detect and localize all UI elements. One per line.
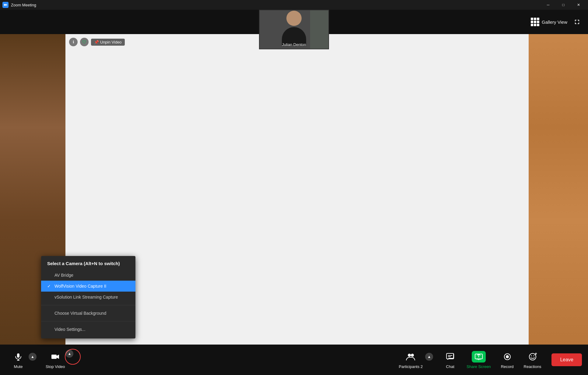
title-bar: Zoom Meeting ─ □ ✕	[0, 0, 588, 10]
svg-point-6	[411, 354, 414, 357]
record-icon	[502, 351, 513, 363]
av-bridge-label: AV Bridge	[54, 273, 73, 278]
leave-button[interactable]: Leave	[551, 353, 582, 366]
self-video-content: Julian Denton	[260, 10, 328, 49]
stop-video-label: Stop Video	[46, 364, 65, 369]
gallery-grid-icon	[531, 18, 539, 26]
video-settings-label: Video Settings...	[54, 327, 86, 332]
camera-option-wolfvision[interactable]: ✓ WolfVision Video Capture II	[41, 281, 135, 292]
chat-icon	[444, 351, 456, 363]
video-settings-option[interactable]: Video Settings...	[41, 324, 135, 335]
vsolution-label: vSolution Link Streaming Capture	[54, 295, 118, 300]
unpin-video-button[interactable]: 📌 Unpin Video	[91, 39, 125, 46]
close-button[interactable]: ✕	[572, 0, 586, 10]
info-icon-button[interactable]: ℹ	[69, 38, 78, 46]
title-bar-left: Zoom Meeting	[2, 2, 36, 8]
choose-virtual-background-option[interactable]: Choose Virtual Background	[41, 308, 135, 319]
record-button[interactable]: Record	[495, 349, 520, 371]
app-title: Zoom Meeting	[11, 3, 36, 7]
check-mark-wolfvision: ✓	[47, 284, 52, 289]
chat-button[interactable]: Chat	[438, 349, 462, 371]
zoom-logo	[2, 2, 9, 8]
video-overlay: ℹ 🛡 📌 Unpin Video	[69, 38, 125, 46]
svg-point-19	[535, 353, 537, 354]
svg-point-15	[506, 355, 509, 358]
video-chevron[interactable]: ▲	[65, 350, 73, 358]
side-panel-right	[529, 34, 588, 345]
mic-icon	[12, 351, 24, 363]
mic-chevron[interactable]: ▲	[29, 353, 37, 361]
camera-context-menu: Select a Camera (Alt+N to switch) AV Bri…	[41, 256, 135, 338]
participant-name: Julian Denton	[282, 42, 306, 47]
bottom-toolbar: Mute ▲ Stop Video ▲	[0, 345, 588, 375]
camera-option-av-bridge[interactable]: AV Bridge	[41, 270, 135, 281]
fullscreen-button[interactable]	[572, 17, 582, 27]
leave-label: Leave	[560, 357, 573, 362]
camera-option-vsolution[interactable]: vSolution Link Streaming Capture	[41, 292, 135, 303]
reactions-label: Reactions	[524, 364, 541, 369]
shield-icon: 🛡	[82, 40, 86, 44]
menu-title: Select a Camera (Alt+N to switch)	[41, 260, 135, 270]
info-icon: ℹ	[73, 40, 74, 44]
video-camera-icon	[50, 351, 61, 363]
wolfvision-label: WolfVision Video Capture II	[54, 284, 106, 289]
mute-label: Mute	[14, 364, 23, 369]
chat-label: Chat	[446, 364, 454, 369]
record-label: Record	[501, 364, 514, 369]
svg-point-18	[533, 355, 534, 356]
mute-button[interactable]: Mute	[6, 349, 30, 371]
svg-point-5	[408, 354, 411, 357]
share-screen-button[interactable]: Share Screen	[462, 349, 495, 371]
gallery-view-label: Gallery View	[542, 19, 567, 25]
participants-button[interactable]: Participants 2	[394, 349, 427, 371]
stop-video-button[interactable]: Stop Video	[41, 349, 69, 371]
share-screen-icon	[472, 351, 486, 363]
unpin-label: Unpin Video	[100, 40, 122, 44]
maximize-button[interactable]: □	[556, 0, 570, 10]
participants-icon	[405, 351, 417, 363]
svg-rect-1	[17, 353, 19, 358]
virtual-background-label: Choose Virtual Background	[54, 311, 106, 316]
minimize-button[interactable]: ─	[541, 0, 555, 10]
reactions-button[interactable]: Reactions	[520, 349, 546, 371]
menu-divider-1	[41, 305, 135, 305]
reactions-icon	[527, 351, 538, 363]
window-controls: ─ □ ✕	[541, 0, 586, 10]
participants-label: Participants 2	[399, 364, 423, 369]
menu-divider-2	[41, 321, 135, 321]
share-screen-label: Share Screen	[467, 364, 491, 369]
gallery-view-button[interactable]: Gallery View	[531, 18, 567, 26]
svg-rect-4	[51, 355, 57, 359]
pin-icon: 📌	[94, 40, 99, 44]
self-video-thumbnail: Julian Denton	[259, 10, 329, 49]
svg-point-17	[531, 355, 532, 356]
security-icon-button[interactable]: 🛡	[80, 38, 89, 46]
